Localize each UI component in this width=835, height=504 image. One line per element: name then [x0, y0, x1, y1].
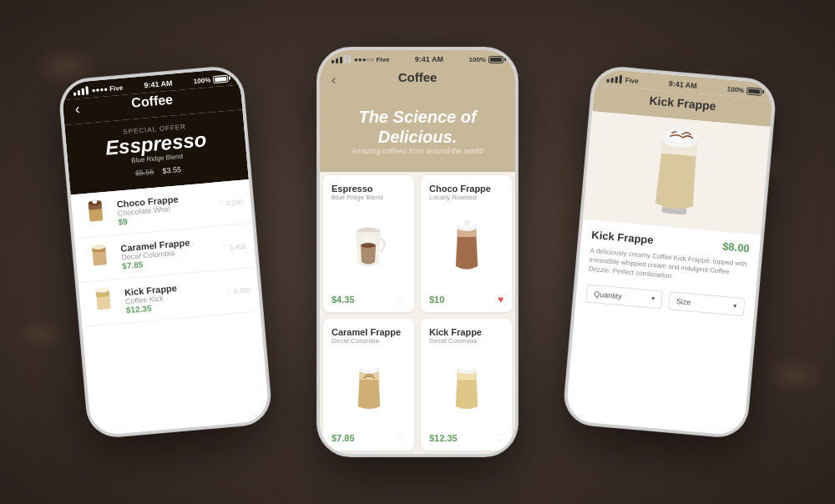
espresso-cup-icon	[346, 220, 392, 275]
battery-label: 100%	[193, 76, 210, 85]
quantity-dropdown[interactable]: Quantity ▾	[585, 284, 663, 309]
heart-icon[interactable]: ♥	[498, 294, 504, 305]
battery-icon	[213, 74, 229, 83]
s3	[340, 57, 342, 63]
caramel-frappe-cup-icon	[348, 363, 390, 413]
center-status-bar: ●●●○○ Five 9:41 AM 100%	[320, 50, 515, 67]
kick-frappe-icon	[89, 287, 119, 320]
size-label: Size	[676, 296, 691, 305]
right-product-name: Kick Frappe	[591, 229, 654, 246]
carrier-label: ●●●○○ Five	[354, 56, 389, 63]
product-card[interactable]: Choco Frappe Locally Roasted	[421, 175, 512, 312]
battery-label: 100%	[726, 85, 744, 94]
heart-icon[interactable]: ♡	[397, 294, 406, 305]
card-bottom: $4.35 ♡	[331, 294, 406, 305]
product-info: Caramel Frappe Decaf Colombia $7.85	[120, 235, 216, 271]
heart-icon[interactable]: ♡	[494, 432, 504, 444]
center-status-right: 100%	[469, 56, 504, 63]
signal-dot-2	[78, 90, 81, 95]
old-price: $5.55	[135, 168, 154, 178]
choco-frappe-cup-icon	[446, 220, 488, 275]
heart-icon: ♡	[221, 244, 228, 252]
svg-point-18	[460, 364, 473, 370]
fav-number: 3,456	[229, 242, 246, 251]
product-image	[88, 287, 120, 320]
signal-dot-1	[73, 93, 76, 96]
center-hero: The Science of Delicious. Amazing coffee…	[320, 93, 515, 172]
choco-frappe-icon	[81, 199, 110, 231]
battery-fill	[748, 88, 760, 93]
fav-number: 4,450	[233, 286, 250, 295]
s4	[619, 75, 622, 83]
signal-icon	[73, 86, 89, 96]
card-image	[331, 206, 406, 289]
fav-number: 3,200	[225, 199, 243, 208]
card-name: Kick Frappe	[429, 327, 504, 337]
chevron-down-icon: ▾	[733, 302, 737, 310]
battery-fill	[215, 76, 226, 81]
battery-fill	[490, 58, 502, 62]
card-subtitle: Decaf Colombia	[429, 337, 504, 345]
s5	[348, 55, 351, 63]
left-time: 9:41 AM	[144, 79, 173, 90]
caramel-frappe-icon	[85, 243, 114, 275]
left-status-left: ●●●● Five	[73, 83, 123, 96]
center-phone: ●●●○○ Five 9:41 AM 100% ‹ Coffee The Sci…	[317, 48, 518, 456]
favorites-count: ♡ 3,456	[221, 242, 246, 251]
favorites-count: ♡ 3,200	[218, 199, 243, 208]
card-name: Choco Frappe	[429, 184, 504, 194]
card-price: $10	[429, 295, 444, 305]
card-price: $7.85	[331, 433, 355, 443]
heart-icon: ♡	[225, 288, 232, 296]
product-card[interactable]: Kick Frappe Decaf Colombia $12.35 ♡	[421, 319, 512, 451]
product-info: Choco Frappe Chocolate Whirl $9	[116, 191, 212, 227]
card-subtitle: Locally Roasted	[429, 194, 504, 201]
right-product-price: $8.00	[722, 240, 751, 255]
card-subtitle: Blue Ridge Blend	[331, 194, 406, 201]
product-card[interactable]: Caramel Frappe Decaf Colombia	[323, 319, 414, 451]
new-price: $3.55	[162, 165, 181, 175]
product-card[interactable]: Espresso Blue Ridge Blend	[323, 175, 414, 312]
size-dropdown[interactable]: Size ▾	[668, 291, 746, 316]
battery-label: 100%	[469, 56, 486, 63]
left-status-right: 100%	[193, 74, 228, 85]
right-status-right: 100%	[726, 85, 762, 96]
svg-point-16	[362, 364, 376, 370]
phones-container: ●●●● Five 9:41 AM 100% ‹ Coffee Special …	[0, 0, 835, 504]
card-image	[331, 350, 406, 428]
s3	[615, 77, 618, 83]
hero-sub-text: Amazing coffees from around the world!	[337, 147, 498, 155]
center-header: ‹ Coffee	[320, 67, 515, 93]
carrier-label: Five	[625, 76, 639, 84]
product-image	[84, 243, 116, 275]
right-product-image-area	[583, 111, 771, 234]
quantity-label: Quantity	[594, 290, 622, 300]
product-info: Kick Frappe Coffee Kick $12.35	[124, 280, 220, 315]
card-price: $12.35	[429, 433, 458, 443]
hero-main-text: The Science of Delicious.	[337, 107, 498, 147]
left-back-button[interactable]: ‹	[74, 100, 81, 118]
signal-dot-3	[82, 88, 85, 95]
card-price: $4.35	[331, 295, 355, 305]
heart-icon[interactable]: ♡	[397, 432, 406, 444]
battery-icon	[488, 56, 504, 63]
right-phone: Five 9:41 AM 100% Kick Frappe	[563, 65, 777, 439]
center-product-grid: Espresso Blue Ridge Blend	[320, 172, 515, 454]
card-subtitle: Decaf Colombia	[331, 337, 406, 345]
signal-icon	[606, 74, 622, 84]
card-bottom: $7.85 ♡	[331, 432, 406, 444]
s1	[331, 60, 334, 63]
center-back-button[interactable]: ‹	[331, 73, 336, 88]
s1	[606, 79, 609, 83]
center-status-left: ●●●○○ Five	[331, 55, 389, 63]
right-product-info: Kick Frappe $8.00 A deliciously creamy C…	[565, 219, 761, 436]
right-status-left: Five	[606, 74, 639, 85]
card-image	[429, 350, 504, 428]
signal-icon	[331, 55, 351, 63]
kick-frappe-large-icon	[637, 122, 716, 224]
card-bottom: $12.35 ♡	[429, 432, 504, 444]
battery-icon	[746, 87, 762, 96]
signal-dot-4	[85, 86, 89, 94]
right-screen-title: Kick Frappe	[649, 93, 716, 113]
left-product-list: Choco Frappe Chocolate Whirl $9 ♡ 3,200	[71, 179, 270, 436]
